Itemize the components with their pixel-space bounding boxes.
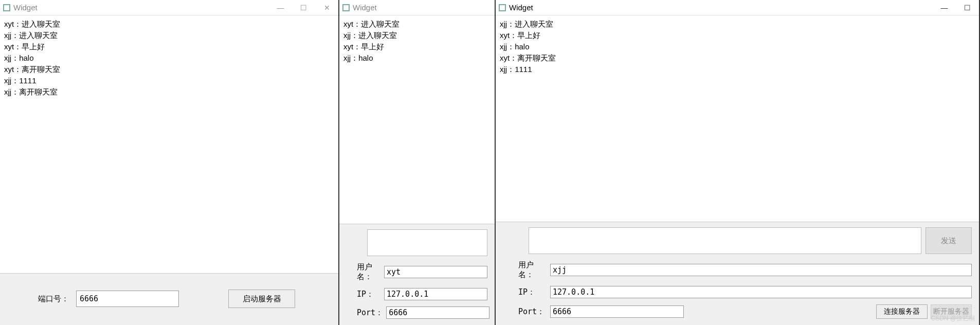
message-input[interactable] <box>529 227 921 254</box>
chat-line: xyt：进入聊天室 <box>4 19 334 30</box>
chat-line: xyt：进入聊天室 <box>343 19 491 30</box>
chat-line: xyt：离开聊天室 <box>500 52 975 64</box>
port-label: Port： <box>357 308 383 318</box>
chat-log: xyt：进入聊天室xjj：进入聊天室xyt：早上好xjj：halo <box>339 15 495 224</box>
send-button[interactable]: 发送 <box>925 227 972 254</box>
chat-line: xyt：早上好 <box>4 41 334 52</box>
chat-line: xjj：进入聊天室 <box>4 30 334 41</box>
maximize-icon[interactable]: ☐ <box>292 0 315 15</box>
app-icon <box>499 4 506 11</box>
client1-window: Widget xyt：进入聊天室xjj：进入聊天室xyt：早上好xjj：halo… <box>339 0 496 325</box>
titlebar: Widget — ☐ ✕ <box>0 0 338 15</box>
chat-line: xjj：halo <box>4 52 334 64</box>
port-label: 端口号： <box>38 294 69 304</box>
username-input[interactable] <box>384 266 487 278</box>
connect-button[interactable]: 连接服务器 <box>876 304 928 319</box>
start-server-button[interactable]: 启动服务器 <box>228 290 295 308</box>
chat-line: xjj：离开聊天室 <box>4 86 334 98</box>
window-title: Widget <box>13 3 269 12</box>
client2-window: Widget — ☐ xjj：进入聊天室xyt：早上好xjj：haloxyt：离… <box>496 0 980 325</box>
titlebar: Widget <box>339 0 495 15</box>
chat-log: xjj：进入聊天室xyt：早上好xjj：haloxyt：离开聊天室xjj：111… <box>496 15 979 222</box>
close-icon[interactable]: ✕ <box>315 0 338 15</box>
chat-line: xyt：早上好 <box>343 41 491 52</box>
chat-line: xjj：1111 <box>500 64 975 75</box>
client-controls-panel: 用户名： IP： Port： <box>339 224 495 325</box>
window-controls: — ☐ <box>933 0 979 15</box>
window-title: Widget <box>509 3 933 12</box>
username-label: 用户名： <box>518 260 547 280</box>
chat-line: xjj：1111 <box>4 75 334 86</box>
chat-line: xjj：进入聊天室 <box>343 30 491 41</box>
port-input[interactable] <box>550 305 684 318</box>
server-window: Widget — ☐ ✕ xyt：进入聊天室xjj：进入聊天室xyt：早上好xj… <box>0 0 339 325</box>
message-input[interactable] <box>367 229 487 256</box>
server-controls-panel: 端口号： 启动服务器 <box>0 274 338 325</box>
app-icon <box>3 4 10 11</box>
username-label: 用户名： <box>357 262 381 282</box>
chat-line: xjj：halo <box>343 52 491 64</box>
minimize-icon[interactable]: — <box>269 0 292 15</box>
port-input[interactable] <box>386 306 489 319</box>
minimize-icon[interactable]: — <box>933 0 956 15</box>
port-label: Port： <box>518 307 547 317</box>
window-title: Widget <box>353 3 495 12</box>
ip-label: IP： <box>357 290 381 299</box>
port-input[interactable] <box>76 291 179 307</box>
titlebar: Widget — ☐ <box>496 0 979 15</box>
client-controls-panel: 发送 用户名： IP： Port： 连接服务器 断开服务器 <box>496 222 979 325</box>
chat-line: xyt：早上好 <box>500 30 975 41</box>
maximize-icon[interactable]: ☐ <box>956 0 979 15</box>
username-input[interactable] <box>550 264 972 276</box>
window-controls: — ☐ ✕ <box>269 0 338 15</box>
ip-label: IP： <box>518 287 547 297</box>
chat-line: xjj：进入聊天室 <box>500 19 975 30</box>
chat-line: xyt：离开聊天室 <box>4 64 334 75</box>
chat-log: xyt：进入聊天室xjj：进入聊天室xyt：早上好xjj：haloxyt：离开聊… <box>0 15 338 274</box>
disconnect-button[interactable]: 断开服务器 <box>931 304 972 319</box>
app-icon <box>342 4 350 11</box>
ip-input[interactable] <box>384 288 487 300</box>
ip-input[interactable] <box>550 286 972 298</box>
chat-line: xjj：halo <box>500 41 975 52</box>
